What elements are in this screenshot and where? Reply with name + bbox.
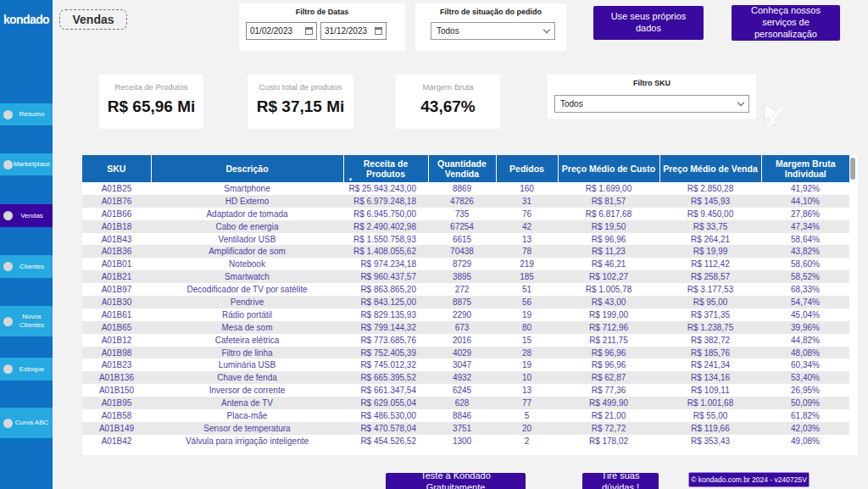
table-cell: Smartwatch bbox=[151, 270, 343, 283]
sidebar-item-clientes[interactable]: Clientes bbox=[0, 255, 53, 278]
table-cell: 10 bbox=[496, 371, 558, 384]
sidebar-item-vendas[interactable]: Vendas bbox=[0, 204, 53, 227]
sidebar-item-marketplace[interactable]: Marketplace bbox=[0, 153, 53, 175]
table-cell: 70438 bbox=[428, 245, 496, 258]
sku-filter-label: Filtro SKU bbox=[548, 75, 756, 87]
table-row[interactable]: A01B150Inversor de correnteR$ 661.347,54… bbox=[82, 384, 849, 397]
calendar-icon[interactable] bbox=[375, 27, 382, 35]
sidebar-item-resumo[interactable]: Resumo bbox=[0, 103, 53, 125]
order-status-select[interactable]: Todos bbox=[431, 22, 555, 40]
table-cell: R$ 264,21 bbox=[659, 233, 761, 246]
table-row[interactable]: A01B23Luminária USBR$ 745.012,32304719R$… bbox=[82, 358, 849, 371]
table-row[interactable]: A01B01NotebookR$ 974.234,188729219R$ 46,… bbox=[82, 258, 849, 270]
table-cell: R$ 353,43 bbox=[659, 435, 761, 447]
table-row[interactable]: A01B95Antena de TVR$ 629.055,0462877R$ 4… bbox=[82, 397, 849, 409]
table-row[interactable]: A01B66Adaptador de tomadaR$ 6.945.750,00… bbox=[82, 208, 849, 220]
table-cell: R$ 665.395,52 bbox=[343, 371, 428, 384]
table-cell: R$ 96,96 bbox=[558, 233, 659, 246]
table-cell: 80 bbox=[496, 321, 558, 334]
table-cell: 735 bbox=[428, 208, 496, 220]
chevron-down-icon bbox=[543, 26, 550, 33]
table-row[interactable]: A01B25SmartphoneR$ 25.943.243,008869160R… bbox=[82, 182, 849, 195]
sidebar-item-estoque[interactable]: Estoque bbox=[0, 358, 53, 381]
table-cell: Filtro de linha bbox=[151, 347, 343, 359]
table-cell: R$ 9.450,00 bbox=[659, 208, 761, 220]
table-cell: 185 bbox=[496, 270, 558, 283]
table-cell: R$ 11,23 bbox=[558, 245, 659, 258]
free-trial-button[interactable]: Teste a Kondado Gratuitamente bbox=[386, 473, 526, 489]
date-filter-panel: Filtro de Datas 01/02/2023 31/12/2023 bbox=[239, 3, 405, 51]
table-cell: R$ 25.943.243,00 bbox=[343, 182, 428, 195]
questions-button[interactable]: Tire suas dúvidas ! bbox=[582, 473, 659, 489]
table-cell: 20 bbox=[496, 422, 558, 435]
sort-desc-icon[interactable]: ▼ bbox=[348, 177, 353, 182]
sku-select[interactable]: Todos bbox=[554, 95, 749, 113]
table-cell: 44,10% bbox=[761, 195, 849, 208]
table-row[interactable]: A01B97Decodificador de TV por satéliteR$… bbox=[82, 283, 849, 296]
column-header-sku[interactable]: SKU bbox=[82, 155, 151, 182]
table-cell: 45,04% bbox=[761, 308, 849, 321]
sku-filter-panel: Filtro SKU Todos bbox=[548, 75, 756, 119]
table-row[interactable]: A01B58Placa-mãeR$ 486.530,0088465R$ 21,0… bbox=[82, 409, 849, 422]
column-header-receita-de-produtos[interactable]: Receita de Produtos▼ bbox=[343, 155, 428, 182]
table-cell: 67254 bbox=[428, 220, 496, 233]
table-row[interactable]: A01B42Válvula para irrigação inteligente… bbox=[82, 435, 849, 447]
start-date-value: 01/02/2023 bbox=[250, 26, 292, 36]
column-header-margem-bruta-individual[interactable]: Margem Bruta Individual bbox=[761, 155, 849, 182]
table-cell: 2 bbox=[496, 435, 558, 447]
sidebar-item-novos-clientes[interactable]: Novos Clientes bbox=[0, 306, 53, 336]
table-cell: 13 bbox=[496, 384, 558, 397]
kpi-label: Margem Bruta bbox=[396, 82, 500, 92]
column-header-pre-o-m-dio-de-custo[interactable]: Preço Médio de Custo bbox=[558, 155, 659, 182]
table-cell: 54,74% bbox=[761, 296, 849, 308]
column-header-quantidade-vendida[interactable]: Quantidade Vendida bbox=[428, 155, 496, 182]
end-date-input[interactable]: 31/12/2023 bbox=[320, 22, 387, 40]
own-data-button[interactable]: Use seus próprios dados bbox=[593, 6, 704, 40]
table-row[interactable]: A01B61Rádio portátilR$ 829.135,93229019R… bbox=[82, 308, 849, 321]
table-cell: 47,34% bbox=[761, 220, 849, 233]
services-button[interactable]: Conheça nossos serviços de personalizaçã… bbox=[732, 5, 840, 41]
column-header-pre-o-m-dio-de-venda[interactable]: Preço Médio de Venda bbox=[659, 155, 761, 182]
nav-bullet-icon bbox=[3, 364, 13, 374]
table-cell: 76 bbox=[496, 208, 558, 220]
column-header-descri-o[interactable]: Descrição bbox=[151, 155, 343, 182]
table-cell: R$ 6.979.248,18 bbox=[343, 195, 428, 208]
kpi-value: R$ 65,96 Mi bbox=[99, 97, 203, 116]
column-header-pedidos[interactable]: Pedidos bbox=[496, 155, 558, 182]
table-cell: R$ 95,00 bbox=[659, 296, 761, 308]
table-cell: R$ 499,90 bbox=[558, 397, 659, 409]
table-row[interactable]: A01B65Mesa de somR$ 799.144,3267380R$ 71… bbox=[82, 321, 849, 334]
table-row[interactable]: A01B21SmartwatchR$ 960.437,573895185R$ 1… bbox=[82, 270, 849, 283]
sidebar-item-label: Curva ABC bbox=[13, 419, 53, 427]
table-cell: R$ 1.550.758,93 bbox=[343, 233, 428, 246]
table-row[interactable]: A01B136Chave de fendaR$ 665.395,52493210… bbox=[82, 371, 849, 384]
start-date-input[interactable]: 01/02/2023 bbox=[246, 22, 317, 40]
table-scrollbar[interactable] bbox=[850, 158, 855, 180]
table-cell: R$ 752.405,39 bbox=[343, 347, 428, 359]
table-row[interactable]: A01B18Cabo de energiaR$ 2.490.402,986725… bbox=[82, 220, 849, 233]
table-cell: A01B42 bbox=[82, 435, 151, 447]
table-cell: 19 bbox=[496, 358, 558, 371]
table-cell: R$ 371,35 bbox=[659, 308, 761, 321]
table-cell: A01B65 bbox=[82, 321, 151, 334]
table-cell: A01B21 bbox=[82, 270, 151, 283]
table-row[interactable]: A01B76HD ExternoR$ 6.979.248,184782631R$… bbox=[82, 195, 849, 208]
table-row[interactable]: A01B149Sensor de temperaturaR$ 470.578,0… bbox=[82, 422, 849, 435]
table-cell: 58,64% bbox=[761, 233, 849, 246]
table-cell: Luminária USB bbox=[151, 358, 343, 371]
table-cell: R$ 77,36 bbox=[558, 384, 659, 397]
table-row[interactable]: A01B36Amplificador de somR$ 1.408.055,62… bbox=[82, 245, 849, 258]
table-cell: R$ 134,16 bbox=[659, 371, 761, 384]
table-row[interactable]: A01B12Cafeteira elétricaR$ 773.685,76201… bbox=[82, 334, 849, 347]
table-cell: 77 bbox=[496, 397, 558, 409]
table-cell: 6615 bbox=[428, 233, 496, 246]
table-cell: Inversor de corrente bbox=[151, 384, 343, 397]
table-cell: R$ 486.530,00 bbox=[343, 409, 428, 422]
calendar-icon[interactable] bbox=[305, 27, 313, 35]
sidebar-item-curva-abc[interactable]: Curva ABC bbox=[0, 408, 53, 438]
table-row[interactable]: A01B98Filtro de linhaR$ 752.405,39402928… bbox=[82, 347, 849, 359]
table-row[interactable]: A01B30PendriveR$ 843.125,00887556R$ 43,0… bbox=[82, 296, 849, 308]
sidebar-item-label: Marketplace bbox=[13, 160, 53, 169]
table-cell: A01B61 bbox=[82, 308, 151, 321]
table-row[interactable]: A01B43Ventilador USBR$ 1.550.758,9366151… bbox=[82, 233, 849, 246]
